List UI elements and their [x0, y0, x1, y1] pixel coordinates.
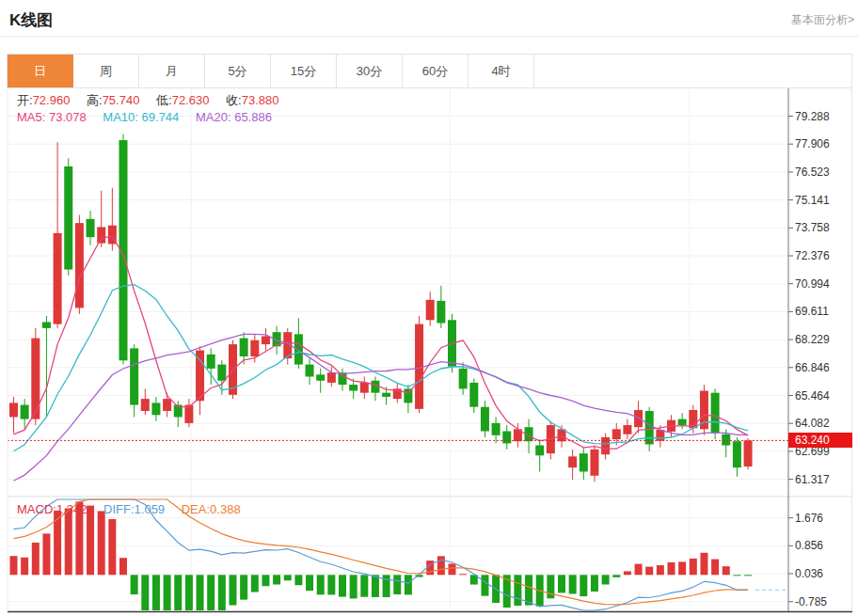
candle-body-down — [492, 423, 500, 435]
close-label: 收: — [226, 93, 242, 107]
candle-body-up — [558, 429, 566, 441]
tab-4-15分[interactable]: 15分 — [271, 55, 337, 87]
candle-body-down — [42, 322, 51, 327]
macd-bar-down — [327, 575, 335, 594]
candle-body-up — [163, 399, 171, 411]
macd-axis-label: 0.856 — [795, 539, 823, 552]
interval-tab-bar: 日周月5分15分30分60分4时 — [7, 54, 852, 88]
tab-5-30分[interactable]: 30分 — [337, 55, 403, 87]
candle-body-up — [262, 336, 270, 344]
candle-body-down — [316, 374, 325, 380]
candle-body-up — [54, 233, 62, 324]
low-label: 低: — [156, 93, 172, 107]
macd-bar-up — [723, 566, 730, 575]
macd-bar-down — [405, 575, 412, 594]
macd-bar-up — [65, 509, 72, 576]
candle-body-down — [437, 301, 445, 324]
macd-bar-up — [108, 519, 116, 575]
macd-bar-up — [657, 565, 664, 575]
macd-bar-down — [481, 575, 488, 595]
macd-bar-down — [372, 575, 379, 597]
macd-bar-up — [711, 560, 719, 576]
header: K线图 基本面分析> — [0, 0, 858, 37]
candle-body-down — [448, 320, 456, 366]
candle-body-up — [612, 429, 621, 439]
macd-bar-down — [602, 575, 610, 584]
macd-bar-down — [569, 575, 577, 593]
candle-body-down — [535, 446, 544, 456]
candle-body-down — [678, 419, 687, 425]
candle-body-up — [31, 339, 40, 419]
candle-body-down — [174, 405, 183, 418]
price-axis-label: 73.758 — [795, 221, 830, 234]
open-value: 72.960 — [33, 93, 71, 107]
macd-bar-up — [119, 558, 127, 575]
candle-body-up — [184, 405, 193, 423]
macd-bar-up — [690, 559, 697, 575]
tab-0-日[interactable]: 日 — [8, 55, 73, 87]
tab-2-月[interactable]: 月 — [139, 55, 205, 87]
low-value: 72.630 — [172, 93, 210, 107]
tab-7-4时[interactable]: 4时 — [469, 55, 534, 87]
macd-bar-down — [230, 575, 237, 605]
macd-bar-down — [262, 575, 269, 586]
macd-bar-down — [612, 575, 620, 577]
price-axis-label: 77.906 — [795, 137, 830, 150]
diff-value: 1.059 — [135, 502, 166, 516]
candle-body-down — [349, 385, 358, 390]
price-axis-label: 61.317 — [795, 473, 830, 486]
ma10-value: 69.744 — [142, 110, 180, 124]
price-axis-label: 79.288 — [795, 110, 830, 123]
candle-body-down — [733, 441, 741, 467]
macd-bar-down — [207, 575, 214, 610]
price-axis-label: 76.523 — [795, 166, 830, 179]
candle-body-up — [75, 223, 84, 308]
candle-body-up — [196, 351, 204, 402]
candle-body-up — [634, 410, 643, 427]
candle-body-up — [327, 372, 336, 383]
tab-1-周[interactable]: 周 — [73, 55, 139, 87]
tab-6-60分[interactable]: 60分 — [403, 55, 469, 87]
price-axis-label: 66.846 — [795, 361, 830, 374]
macd-bar-down — [174, 575, 182, 610]
candle-body-down — [217, 365, 226, 381]
page-title: K线图 — [9, 9, 53, 31]
candle-body-down — [21, 405, 29, 419]
candle-body-down — [580, 453, 588, 471]
candle-body-up — [97, 227, 105, 243]
candle-body-down — [502, 431, 511, 443]
macd-bar-up — [645, 567, 653, 576]
macd-bar-up — [42, 533, 50, 575]
dea-label: DEA: — [182, 502, 210, 516]
candle-body-down — [711, 393, 720, 434]
macd-bar-up — [700, 553, 707, 576]
macd-bar-down — [470, 575, 478, 584]
macd-bar-down — [492, 575, 500, 603]
close-value: 73.880 — [242, 93, 279, 107]
candle-body-down — [130, 348, 138, 404]
macd-bar-down — [514, 575, 521, 606]
macd-bar-down — [240, 575, 247, 599]
candle-body-down — [371, 381, 379, 393]
candle-body-down — [404, 388, 412, 403]
fundamental-analysis-link[interactable]: 基本面分析> — [791, 12, 854, 28]
candle-body-up — [426, 300, 435, 320]
macd-bar-up — [437, 556, 445, 575]
ma-legend: MA5: 73.078 MA10: 69.744 MA20: 65.886 — [17, 110, 285, 124]
macd-bar-down — [416, 575, 423, 577]
macd-bar-up — [635, 564, 643, 576]
macd-bar-down — [131, 575, 138, 594]
candle-body-down — [294, 334, 303, 364]
candle-body-down — [459, 369, 468, 388]
macd-bar-down — [733, 575, 740, 576]
macd-bar-down — [251, 575, 259, 592]
macd-bar-down — [525, 575, 532, 605]
macd-bar-down — [284, 575, 292, 580]
candle-body-up — [744, 440, 753, 466]
macd-bar-up — [32, 543, 40, 575]
candle-body-down — [481, 407, 489, 432]
tab-3-5分[interactable]: 5分 — [205, 55, 271, 87]
candle-body-up — [689, 410, 697, 428]
macd-bar-down — [218, 575, 226, 610]
price-axis-label: 65.464 — [795, 389, 830, 403]
